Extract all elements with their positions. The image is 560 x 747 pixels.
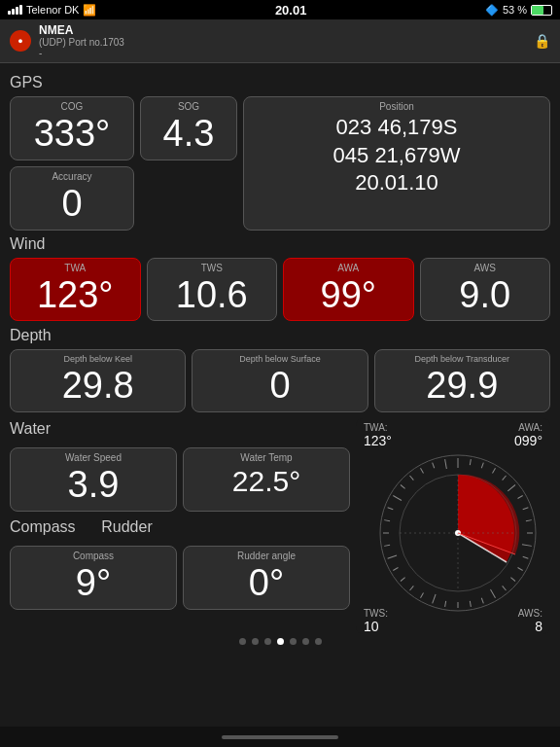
depth-transducer-value: 29.9	[381, 366, 543, 407]
aws-tile: AWS 9.0	[420, 258, 551, 322]
page-dot-5[interactable]	[290, 638, 297, 645]
sog-value: 4.3	[147, 114, 230, 155]
dial-awa-block: AWA: 099°	[514, 422, 542, 448]
dial-twa-block: TWA: 123°	[364, 422, 392, 448]
water-compass-section: Water Water Speed 3.9 Water Temp 22.5° C…	[10, 418, 550, 634]
position-label: Position	[252, 101, 542, 112]
water-temp-tile: Water Temp 22.5°	[183, 447, 350, 512]
gps-section-label: GPS	[10, 74, 550, 91]
svg-line-7	[517, 496, 522, 499]
svg-line-16	[491, 589, 496, 598]
dial-aws-value: 8	[518, 619, 542, 634]
svg-line-31	[393, 496, 402, 501]
awa-value: 99°	[290, 275, 407, 316]
cog-label: COG	[17, 101, 127, 112]
svg-line-24	[401, 578, 405, 582]
battery-label: 53 %	[503, 4, 527, 16]
depth-row: Depth below Keel 29.8 Depth below Surfac…	[10, 349, 550, 412]
wind-section-label: Wind	[10, 235, 550, 253]
depth-transducer-label: Depth below Transducer	[381, 354, 543, 364]
depth-section-label: Depth	[10, 327, 550, 344]
bottom-bar	[0, 727, 560, 747]
app-header-left: ● NMEA (UDP) Port no.1703 -	[10, 23, 124, 58]
compass-dial-svg	[375, 450, 541, 616]
page-dot-6[interactable]	[302, 638, 309, 645]
rudder-value: 0°	[190, 563, 343, 604]
page-dot-3[interactable]	[264, 638, 271, 645]
cog-value: 333°	[17, 114, 127, 155]
carrier-label: Telenor DK	[26, 4, 79, 16]
battery-icon	[531, 5, 552, 16]
tws-label: TWS	[154, 263, 271, 273]
svg-line-12	[523, 556, 529, 558]
svg-line-3	[481, 463, 483, 469]
compass-label: Compass	[17, 551, 170, 561]
status-bar: Telenor DK 📶 20.01 🔷 53 %	[0, 0, 560, 19]
dial-twa-value: 123°	[364, 433, 392, 448]
page-dot-4[interactable]	[277, 638, 284, 645]
svg-line-30	[388, 508, 394, 510]
svg-line-35	[433, 463, 435, 469]
svg-line-17	[481, 598, 483, 604]
dial-awa-label: AWA:	[514, 422, 542, 433]
page-dot-1[interactable]	[239, 638, 246, 645]
svg-line-29	[384, 520, 390, 521]
svg-line-26	[388, 555, 397, 558]
app-sub: (UDP) Port no.1703	[39, 37, 124, 48]
compass-section-label: Compass Rudder	[10, 518, 350, 536]
water-speed-label: Water Speed	[17, 452, 170, 463]
twa-value: 123°	[17, 275, 134, 316]
depth-keel-label: Depth below Keel	[17, 354, 179, 364]
awa-tile: AWA 99°	[283, 258, 414, 322]
signal-dots	[8, 5, 22, 15]
svg-line-15	[503, 587, 507, 591]
svg-line-33	[410, 476, 414, 480]
svg-line-32	[401, 485, 405, 489]
lock-icon: 🔒	[534, 33, 550, 49]
status-right: 🔷 53 %	[485, 4, 552, 17]
rudder-label: Rudder angle	[190, 551, 343, 561]
dial-labels-top: TWA: 123° AWA: 099°	[356, 422, 550, 448]
gps-combined: COG 333° Accuracy 0 SOG 4.3 Position 023…	[10, 96, 550, 231]
water-tiles-row: Water Speed 3.9 Water Temp 22.5°	[10, 447, 350, 512]
status-left: Telenor DK 📶	[8, 4, 96, 17]
dial-tws-value: 10	[364, 619, 388, 634]
bluetooth-icon: 🔷	[485, 4, 499, 17]
svg-line-11	[522, 545, 532, 547]
water-section-label: Water	[10, 420, 350, 438]
page-dot-2[interactable]	[252, 638, 259, 645]
pos-line-3: 20.01.10	[252, 169, 542, 197]
wifi-icon: 📶	[83, 4, 96, 17]
depth-surface-tile: Depth below Surface 0	[192, 349, 368, 412]
svg-line-34	[421, 469, 424, 474]
dial-awa-value: 099°	[514, 433, 542, 448]
depth-transducer-tile: Depth below Transducer 29.9	[374, 349, 550, 412]
water-speed-value: 3.9	[17, 465, 170, 506]
svg-line-36	[445, 459, 447, 469]
page-dot-7[interactable]	[315, 638, 322, 645]
rudder-tile: Rudder angle 0°	[183, 546, 350, 610]
svg-line-22	[421, 593, 424, 598]
accuracy-label: Accuracy	[17, 171, 127, 182]
wind-dial-area: TWA: 123° AWA: 099°	[356, 418, 550, 634]
position-values: 023 46,179S 045 21,679W 20.01.10	[252, 114, 542, 197]
svg-line-13	[517, 568, 522, 571]
compass-svg-wrap	[375, 450, 531, 606]
svg-line-14	[510, 578, 515, 582]
sog-col: SOG 4.3	[140, 96, 237, 231]
pos-line-2: 045 21,679W	[252, 142, 542, 170]
svg-line-9	[526, 520, 532, 521]
pos-line-1: 023 46,179S	[252, 114, 542, 142]
svg-line-25	[393, 568, 398, 571]
svg-line-27	[384, 546, 390, 547]
svg-line-4	[493, 469, 496, 474]
svg-line-23	[410, 587, 414, 591]
accuracy-value: 0	[17, 184, 127, 225]
water-speed-tile: Water Speed 3.9	[10, 447, 177, 512]
app-name: NMEA	[39, 23, 124, 37]
sog-label: SOG	[147, 101, 230, 112]
time-label: 20.01	[275, 3, 307, 18]
aws-value: 9.0	[427, 275, 544, 316]
depth-surface-value: 0	[198, 366, 361, 407]
compass-value: 9°	[17, 563, 170, 604]
